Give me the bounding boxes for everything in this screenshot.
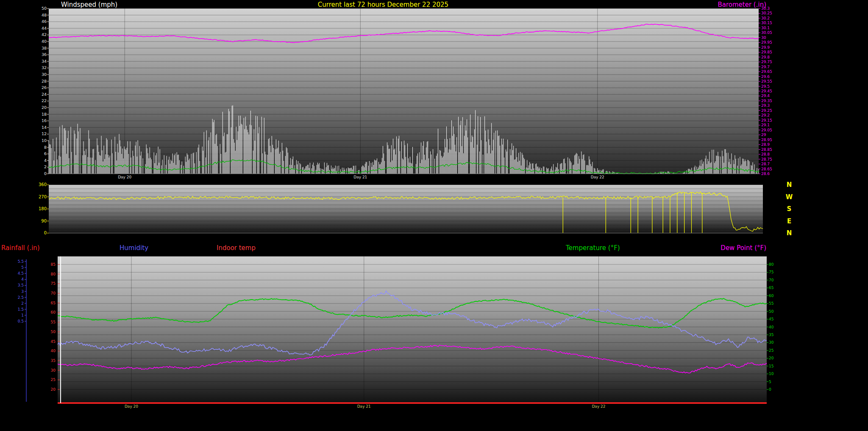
humidity-axis-title: Humidity — [120, 244, 148, 252]
svg-text:Day 20: Day 20 — [118, 175, 131, 179]
svg-text:45: 45 — [51, 339, 56, 344]
svg-text:5.5: 5.5 — [18, 259, 24, 264]
svg-text:5: 5 — [21, 265, 24, 270]
svg-text:25: 25 — [51, 378, 56, 382]
svg-text:Day 22: Day 22 — [592, 404, 605, 409]
svg-text:29.5: 29.5 — [761, 84, 770, 89]
svg-text:Day 21: Day 21 — [357, 404, 371, 409]
svg-text:34: 34 — [42, 59, 47, 64]
svg-text:28.85: 28.85 — [761, 147, 772, 152]
svg-text:4.5: 4.5 — [18, 271, 24, 275]
temperature-axis-title: Temperature (°F) — [566, 244, 620, 252]
svg-text:28.6: 28.6 — [761, 172, 770, 176]
svg-text:30.05: 30.05 — [761, 31, 772, 35]
svg-text:0: 0 — [44, 171, 47, 176]
svg-text:10: 10 — [42, 138, 47, 143]
svg-text:30: 30 — [769, 340, 774, 345]
svg-text:Day 22: Day 22 — [591, 175, 604, 179]
svg-text:25: 25 — [769, 348, 773, 353]
svg-text:35: 35 — [51, 359, 56, 363]
svg-text:3.5: 3.5 — [18, 283, 24, 287]
svg-text:30.15: 30.15 — [761, 21, 772, 25]
svg-text:55: 55 — [769, 301, 773, 306]
svg-text:E: E — [787, 217, 791, 225]
svg-text:28.65: 28.65 — [761, 167, 772, 171]
svg-text:60: 60 — [769, 294, 774, 298]
svg-text:18: 18 — [42, 112, 47, 117]
svg-text:29.95: 29.95 — [761, 40, 772, 44]
barometer-axis-title: Barometer (.in) — [718, 1, 766, 8]
svg-text:20: 20 — [51, 387, 56, 392]
svg-text:270: 270 — [39, 195, 47, 199]
svg-text:8: 8 — [44, 145, 47, 150]
svg-text:28.9: 28.9 — [761, 142, 770, 147]
svg-text:29.2: 29.2 — [761, 113, 770, 117]
svg-text:28.7: 28.7 — [761, 162, 770, 166]
svg-text:40: 40 — [42, 39, 47, 44]
svg-text:45: 45 — [769, 317, 773, 321]
svg-text:29.15: 29.15 — [761, 118, 772, 122]
svg-text:48: 48 — [42, 13, 47, 17]
charts-canvas: Day 20Day 21Day 220246810121416182022242… — [0, 0, 868, 431]
svg-text:75: 75 — [769, 270, 773, 274]
svg-text:Day 20: Day 20 — [125, 404, 138, 409]
svg-text:50: 50 — [51, 330, 56, 334]
svg-text:75: 75 — [51, 281, 56, 286]
svg-text:29.35: 29.35 — [761, 99, 772, 103]
svg-text:30: 30 — [761, 36, 766, 40]
svg-text:90: 90 — [41, 219, 47, 223]
temp_hum_dew-plot-area — [58, 256, 767, 403]
svg-text:35: 35 — [769, 333, 773, 337]
svg-text:2.5: 2.5 — [18, 295, 24, 300]
svg-text:29.3: 29.3 — [761, 103, 770, 108]
svg-text:40: 40 — [769, 325, 774, 329]
svg-text:4: 4 — [44, 158, 47, 163]
svg-text:30.2: 30.2 — [761, 16, 770, 20]
svg-text:3: 3 — [21, 289, 24, 294]
svg-text:29.25: 29.25 — [761, 108, 772, 113]
svg-text:10: 10 — [769, 372, 774, 376]
dew-point-axis-title: Dew Point (°F) — [721, 244, 766, 252]
svg-text:1.5: 1.5 — [18, 307, 24, 311]
svg-text:40: 40 — [51, 349, 56, 353]
svg-text:24: 24 — [42, 92, 47, 97]
weather-station-display: Day 20Day 21Day 220246810121416182022242… — [0, 0, 868, 431]
svg-text:29.4: 29.4 — [761, 94, 770, 98]
svg-text:38: 38 — [42, 46, 47, 50]
svg-text:29.85: 29.85 — [761, 50, 772, 54]
svg-text:0: 0 — [769, 387, 771, 392]
svg-text:1: 1 — [21, 313, 24, 317]
svg-text:80: 80 — [51, 272, 56, 276]
svg-text:50: 50 — [42, 6, 47, 11]
svg-text:29.7: 29.7 — [761, 65, 770, 69]
svg-text:S: S — [787, 205, 792, 213]
wind_baro-plot-area — [49, 8, 759, 174]
svg-text:14: 14 — [42, 125, 47, 130]
svg-text:70: 70 — [51, 291, 56, 295]
svg-text:26: 26 — [42, 85, 47, 90]
svg-text:22: 22 — [42, 98, 47, 103]
svg-text:28.95: 28.95 — [761, 138, 772, 142]
svg-text:55: 55 — [51, 320, 56, 324]
svg-text:30: 30 — [42, 72, 47, 77]
svg-text:32: 32 — [42, 65, 47, 70]
svg-text:50: 50 — [769, 309, 774, 314]
svg-text:0.5: 0.5 — [18, 319, 24, 323]
svg-text:2: 2 — [44, 164, 47, 169]
svg-text:15: 15 — [769, 364, 773, 368]
windspeed-axis-title: Windspeed (mph) — [61, 1, 117, 8]
svg-text:42: 42 — [42, 32, 47, 37]
svg-text:20: 20 — [42, 105, 47, 110]
svg-text:85: 85 — [51, 262, 56, 267]
svg-text:28.8: 28.8 — [761, 152, 770, 156]
svg-text:29.75: 29.75 — [761, 60, 772, 64]
svg-text:30.1: 30.1 — [761, 26, 770, 30]
rainfall-axis-title: Rainfall (.in) — [1, 244, 40, 252]
svg-text:29.45: 29.45 — [761, 89, 772, 93]
svg-text:20: 20 — [769, 356, 774, 360]
svg-text:29.6: 29.6 — [761, 75, 770, 79]
svg-text:29: 29 — [761, 133, 766, 137]
svg-text:28: 28 — [42, 79, 47, 83]
svg-text:29.9: 29.9 — [761, 45, 770, 50]
svg-text:30: 30 — [51, 368, 56, 373]
